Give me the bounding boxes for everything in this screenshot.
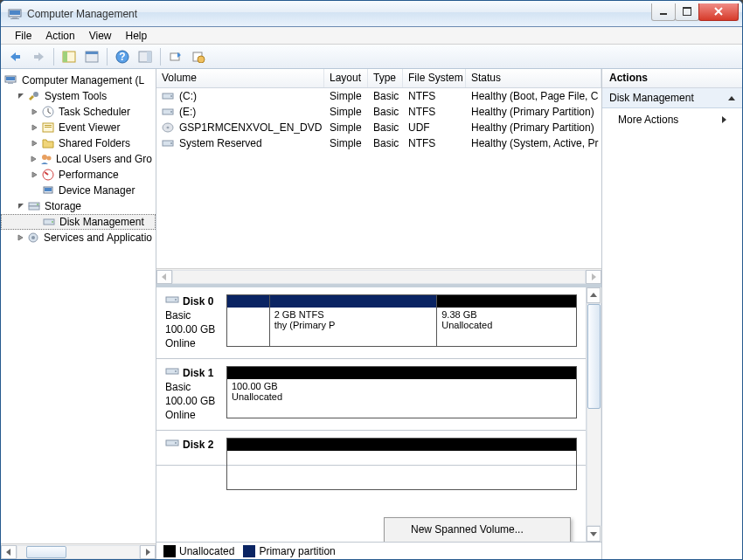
tree-services[interactable]: Services and Applicatio <box>1 230 156 245</box>
svg-point-53 <box>175 442 177 444</box>
partition[interactable]: 100.00 GBUnallocated <box>227 367 576 418</box>
disk-graph-area: Disk 0Basic100.00 GBOnline2 GB NTFSthy (… <box>156 284 601 542</box>
maximize-button[interactable] <box>675 3 699 21</box>
minimize-button[interactable] <box>651 3 676 21</box>
collapse-icon[interactable] <box>17 202 25 211</box>
scroll-thumb[interactable] <box>26 546 66 558</box>
tree-performance[interactable]: Performance <box>1 167 156 183</box>
scroll-down-button[interactable] <box>587 526 601 542</box>
scroll-thumb[interactable] <box>587 304 601 409</box>
col-type[interactable]: Type <box>368 69 403 87</box>
graph-scrollbar-v[interactable] <box>586 287 601 542</box>
ctx-new-striped[interactable]: New Striped Volume... <box>386 539 568 542</box>
col-layout[interactable]: Layout <box>324 69 368 87</box>
partition[interactable] <box>227 295 270 346</box>
tree-local-users[interactable]: Local Users and Gro <box>1 151 156 167</box>
scroll-right-button[interactable] <box>586 270 601 284</box>
disk-name: Disk 0 <box>183 295 213 308</box>
volume-scrollbar-h[interactable] <box>156 268 601 284</box>
disk-context-menu: New Spanned Volume... New Striped Volume… <box>384 517 571 542</box>
computer-icon <box>4 73 18 87</box>
tree-root[interactable]: Computer Management (L <box>1 73 156 88</box>
expand-icon[interactable] <box>31 170 39 179</box>
drive-icon <box>162 91 174 101</box>
tree-event-viewer[interactable]: Event Viewer <box>1 120 156 135</box>
app-icon <box>8 7 22 21</box>
svg-rect-26 <box>45 125 52 126</box>
actions-pane: Actions Disk Management More Actions <box>602 69 742 559</box>
perf-icon <box>41 168 55 182</box>
scroll-track[interactable] <box>172 270 586 284</box>
event-icon <box>41 121 55 135</box>
disk-partitions: 2 GB NTFSthy (Primary P9.38 GBUnallocate… <box>226 294 577 347</box>
partition-info: 9.38 GBUnallocated <box>437 308 576 346</box>
disk-row[interactable]: Disk 2 <box>156 431 586 466</box>
refresh-button[interactable] <box>166 47 185 66</box>
tree-storage[interactable]: Storage <box>1 198 156 214</box>
expand-icon[interactable] <box>31 107 39 116</box>
show-hide-tree-button[interactable] <box>59 47 79 66</box>
svg-point-29 <box>46 156 51 161</box>
scroll-left-button[interactable] <box>1 545 17 559</box>
window-controls <box>652 3 739 21</box>
help-button[interactable]: ? <box>113 47 132 66</box>
services-icon <box>27 231 40 245</box>
scroll-left-button[interactable] <box>156 270 172 284</box>
disk-size: 100.00 GB <box>165 395 226 407</box>
volume-name: System Reserved <box>179 137 262 149</box>
actions-group-disk-management[interactable]: Disk Management <box>602 88 742 108</box>
partition[interactable]: 9.38 GBUnallocated <box>437 295 576 346</box>
sidebar-scrollbar-h[interactable] <box>1 543 156 559</box>
disk-row[interactable]: Disk 1Basic100.00 GBOnline100.00 GBUnall… <box>156 359 586 431</box>
tree-system-tools[interactable]: System Tools <box>1 88 156 104</box>
svg-point-45 <box>167 127 170 128</box>
volume-name: GSP1RMCENXVOL_EN_DVD (D:) <box>179 121 324 134</box>
scroll-up-button[interactable] <box>587 287 601 303</box>
back-button[interactable] <box>6 47 25 66</box>
expand-icon[interactable] <box>31 139 39 148</box>
volume-row[interactable]: (C:)SimpleBasicNTFSHealthy (Boot, Page F… <box>156 88 601 104</box>
forward-button[interactable] <box>29 47 48 66</box>
ctx-new-spanned[interactable]: New Spanned Volume... <box>386 520 568 539</box>
action-pane-button[interactable] <box>135 47 155 66</box>
menu-view[interactable]: View <box>82 28 119 44</box>
menu-action[interactable]: Action <box>38 28 81 44</box>
menu-help[interactable]: Help <box>119 28 155 44</box>
col-volume[interactable]: Volume <box>156 69 324 87</box>
volume-row[interactable]: System ReservedSimpleBasicNTFSHealthy (S… <box>156 135 601 151</box>
menu-file[interactable]: File <box>8 28 38 44</box>
properties-button[interactable] <box>82 47 101 66</box>
disk-row[interactable]: Disk 0Basic100.00 GBOnline2 GB NTFSthy (… <box>156 287 586 359</box>
tree-task-scheduler[interactable]: Task Scheduler <box>1 104 156 120</box>
volume-type: Basic <box>368 90 403 102</box>
col-status[interactable]: Status <box>466 69 601 87</box>
disk-label[interactable]: Disk 2 <box>165 438 226 456</box>
svg-rect-16 <box>147 52 151 62</box>
partition[interactable]: 2 GB NTFSthy (Primary P <box>270 295 438 346</box>
volume-type: Basic <box>368 106 403 118</box>
expand-icon[interactable] <box>17 233 25 242</box>
collapse-icon[interactable] <box>17 92 25 100</box>
actions-more-actions[interactable]: More Actions <box>602 108 742 131</box>
partition[interactable] <box>227 439 576 489</box>
computer-management-window: Computer Management File Action View Hel… <box>0 0 743 560</box>
legend: Unallocated Primary partition <box>156 542 601 559</box>
close-button[interactable] <box>698 3 739 21</box>
tree-label: Storage <box>45 200 81 212</box>
tree-label: Shared Folders <box>59 137 130 149</box>
volume-row[interactable]: (E:)SimpleBasicNTFSHealthy (Primary Part… <box>156 104 601 120</box>
settings-button[interactable] <box>189 47 208 66</box>
scroll-right-button[interactable] <box>140 545 156 559</box>
tree-device-manager[interactable]: Device Manager <box>1 183 156 198</box>
volume-list: Volume Layout Type File System Status (C… <box>156 69 601 284</box>
disk-label[interactable]: Disk 1Basic100.00 GBOnline <box>165 366 226 421</box>
scroll-track[interactable] <box>17 545 140 559</box>
col-filesystem[interactable]: File System <box>403 69 466 87</box>
expand-icon[interactable] <box>31 123 39 132</box>
volume-row[interactable]: GSP1RMCENXVOL_EN_DVD (D:)SimpleBasicUDFH… <box>156 120 601 135</box>
tree-shared-folders[interactable]: Shared Folders <box>1 135 156 151</box>
volume-layout: Simple <box>324 106 368 118</box>
expand-icon[interactable] <box>31 155 38 163</box>
disk-label[interactable]: Disk 0Basic100.00 GBOnline <box>165 294 226 349</box>
tree-disk-management[interactable]: Disk Management <box>1 214 156 230</box>
